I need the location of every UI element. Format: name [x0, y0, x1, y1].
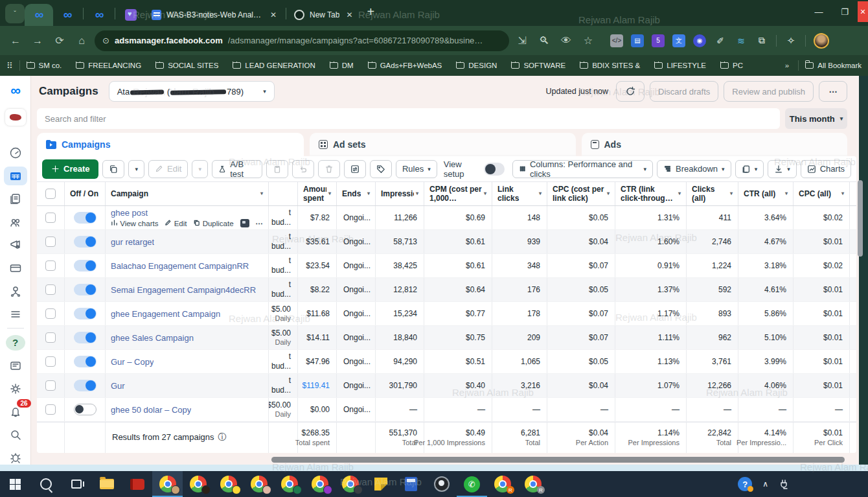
apps-grid-icon[interactable]: ⠿ [6, 61, 13, 71]
sort-arrow-icon[interactable]: ▾ [728, 191, 733, 197]
undo-button[interactable] [292, 160, 314, 178]
row-action-duplicate[interactable]: Duplicate [193, 219, 233, 227]
bookmark-folder[interactable]: SM co. [27, 62, 62, 69]
ab-test-button[interactable]: A/B test [212, 160, 262, 178]
translate-extension-icon[interactable]: 文 [672, 34, 685, 47]
sort-arrow-icon[interactable]: ▾ [537, 191, 542, 197]
column-header[interactable]: CPM (cost per 1,000…▾ [424, 182, 492, 205]
chrome-profile-5-icon[interactable] [274, 471, 304, 497]
pen-extension-icon[interactable]: ✐ [714, 34, 727, 47]
extensions-puzzle-icon[interactable]: ⧉ [755, 34, 768, 47]
audiences-icon[interactable] [4, 213, 27, 232]
date-range-dropdown[interactable]: This month ▾ [785, 108, 847, 129]
tab-ad-sets[interactable]: Ad sets [310, 133, 576, 156]
pinned-tab-meta-active[interactable]: ∞ [25, 4, 53, 26]
billing-icon[interactable] [4, 259, 27, 278]
home-icon[interactable]: ⌂ [73, 32, 91, 50]
campaign-row[interactable]: Semai Engagement Campaign4decRRt bud...$… [37, 278, 856, 302]
sort-arrow-icon[interactable]: ▾ [258, 191, 263, 197]
sort-arrow-icon[interactable]: ▾ [482, 191, 486, 197]
start-button[interactable] [0, 471, 30, 497]
site-settings-icon[interactable]: ⊙ [102, 36, 109, 45]
pinned-tab-meta-2[interactable]: ∞ [53, 4, 82, 26]
campaign-name-link[interactable]: ghee Sales Campaign [111, 333, 194, 343]
zoom-icon[interactable]: 🔍︎ [535, 32, 553, 50]
back-icon[interactable]: ← [6, 32, 25, 50]
sticky-notes-icon[interactable] [365, 471, 396, 497]
row-checkbox[interactable] [45, 237, 56, 247]
account-overview-icon[interactable] [4, 143, 27, 163]
sort-arrow-icon[interactable]: ▾ [326, 191, 331, 197]
column-header[interactable]: Amount spent▾ [298, 182, 337, 205]
profile-avatar[interactable] [814, 33, 829, 49]
business-avatar[interactable] [5, 108, 27, 126]
bookmark-star-icon[interactable]: ☆ [579, 32, 597, 50]
shield-extension-icon[interactable]: ◉ [693, 34, 706, 47]
tab-was-b3-notes[interactable]: WAS-B3-notes-Web Analytics S ✕ [145, 4, 284, 26]
tag-extension-icon[interactable]: ▤ [631, 34, 644, 47]
column-header[interactable]: Link clicks▾ [492, 182, 547, 205]
chrome-profile-r1-icon[interactable]: R [487, 471, 518, 497]
delete-button[interactable] [318, 160, 340, 178]
campaign-row[interactable]: ghee post View charts Edit Duplicate⋯t b… [37, 206, 856, 230]
tab-ads[interactable]: Ads [582, 133, 848, 156]
sort-arrow-icon[interactable]: ▾ [839, 191, 844, 197]
tray-chevron-icon[interactable]: ∧ [762, 480, 768, 489]
column-header[interactable]: Campaign▾ [106, 182, 269, 205]
all-bookmarks[interactable]: All Bookmark [805, 62, 862, 69]
view-setup-toggle[interactable] [484, 163, 505, 176]
rewards-star-icon[interactable]: ✧ [784, 34, 797, 47]
install-app-icon[interactable]: ⇲ [513, 32, 531, 50]
bookmark-folder[interactable]: DESIGN [456, 62, 497, 69]
column-header[interactable]: Impressions▾ [376, 182, 424, 205]
bookmark-folder[interactable]: PC [720, 62, 743, 69]
new-tab-button[interactable]: + [367, 5, 375, 19]
code-extension-icon[interactable]: </> [610, 34, 623, 47]
row-checkbox[interactable] [45, 308, 56, 319]
campaign-row[interactable]: ghee Engagement Campaign$5.00Daily$11.68… [37, 302, 856, 326]
bookmark-folder[interactable]: SOFTWARE [511, 62, 565, 69]
breakdown-dropdown[interactable]: Breakdown▾ [657, 160, 731, 178]
campaign-toggle[interactable] [74, 404, 97, 415]
columns-dropdown[interactable]: Columns: Performance and clicks▾ [512, 160, 653, 178]
row-checkbox[interactable] [45, 356, 56, 367]
all-tools-menu-icon[interactable] [4, 305, 27, 324]
help-icon[interactable]: ? [6, 335, 25, 351]
task-view-icon[interactable] [61, 471, 91, 497]
events-manager-icon[interactable] [4, 282, 27, 301]
campaign-name-link[interactable]: Gur [111, 381, 125, 391]
forward-icon[interactable]: → [29, 32, 47, 50]
charts-button[interactable]: Charts [801, 160, 851, 178]
edit-dropdown-button[interactable]: ▾ [192, 160, 208, 178]
review-publish-button[interactable]: Review and publish [724, 81, 814, 102]
row-checkbox[interactable] [45, 260, 56, 271]
taskbar-search-icon[interactable] [30, 471, 61, 497]
campaign-row[interactable]: ghee Sales Campaign$5.00Daily$14.11Ongoi… [37, 326, 856, 350]
duplicate-dropdown-button[interactable]: ▾ [128, 160, 144, 178]
settings-gear-icon[interactable] [4, 379, 27, 399]
chrome-profile-6-icon[interactable] [304, 471, 335, 497]
edit-button[interactable]: Edit [148, 160, 188, 178]
campaign-name-link[interactable]: gur retarget [111, 237, 154, 247]
row-checkbox[interactable] [45, 380, 56, 391]
tab-close-icon[interactable]: ✕ [345, 10, 354, 19]
pixel-helper-extension-icon[interactable]: 5 [652, 34, 665, 47]
column-header[interactable]: CTR (all)▾ [738, 182, 794, 205]
column-header[interactable]: CPC (all)▾ [794, 182, 850, 205]
rules-dropdown[interactable]: Rules▾ [396, 160, 437, 178]
bookmarks-overflow-chevron[interactable]: » [785, 62, 789, 69]
export-dropdown[interactable]: ▾ [768, 160, 797, 178]
campaign-toggle[interactable] [74, 260, 97, 272]
create-button[interactable]: Create [42, 159, 98, 179]
chrome-profile-4-icon[interactable] [244, 471, 274, 497]
table-horizontal-scrollbar[interactable] [37, 457, 856, 463]
row-checkbox[interactable] [45, 404, 56, 415]
media-preview-icon[interactable] [240, 219, 249, 227]
campaign-toggle[interactable] [74, 236, 97, 248]
discard-drafts-button[interactable]: Discard drafts [650, 81, 718, 102]
campaign-row[interactable]: gur retargett bud...$35.61Ongoi...58,713… [37, 230, 856, 254]
swap-columns-button[interactable] [344, 160, 366, 178]
bookmark-folder[interactable]: FREELANCING [76, 62, 141, 69]
row-checkbox[interactable] [45, 284, 56, 295]
sort-arrow-icon[interactable]: ▾ [676, 191, 681, 197]
